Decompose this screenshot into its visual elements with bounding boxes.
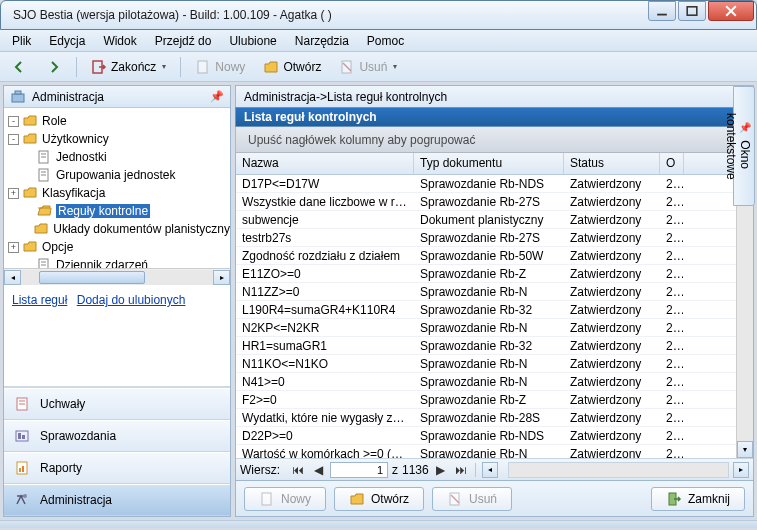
minimize-button[interactable] [648,1,676,21]
table-row[interactable]: N11KO<=N1KOSprawozdanie Rb-NZatwierdzony… [236,355,753,373]
list-title: Lista reguł kontrolnych [235,107,754,127]
link-dodaj-ulubione[interactable]: Dodaj do ulubionych [77,293,186,307]
col-nazwa[interactable]: Nazwa [236,153,414,174]
menu-edycja[interactable]: Edycja [41,32,93,50]
folder-open-icon [36,203,52,219]
scroll-left-icon[interactable]: ◂ [4,270,21,285]
table-row[interactable]: Wydatki, które nie wygasły z upły..Spraw… [236,409,753,427]
menu-plik[interactable]: Plik [4,32,39,50]
pager-last-icon[interactable]: ⏭ [453,462,469,478]
btn-otworz[interactable]: Otwórz [334,487,424,511]
close-button[interactable] [708,1,754,21]
maximize-button[interactable] [678,1,706,21]
col-o[interactable]: O [660,153,684,174]
col-typ[interactable]: Typ dokumentu [414,153,564,174]
nav-administracja[interactable]: Administracja [4,484,230,516]
close-door-icon [666,491,682,507]
menu-ulubione[interactable]: Ulubione [221,32,284,50]
zakoncz-button[interactable]: Zakończ▾ [85,57,172,77]
col-status[interactable]: Status [564,153,660,174]
zakoncz-label: Zakończ [111,60,156,74]
otworz-button[interactable]: Otwórz [257,57,327,77]
cell: Wszystkie dane liczbowe w rekor.. [236,195,414,209]
tree-node[interactable]: Układy dokumentów planistyczny [4,220,230,238]
link-lista-regul[interactable]: Lista reguł [12,293,67,307]
tree-node[interactable]: +Opcje [4,238,230,256]
tree-hscrollbar[interactable]: ◂ ▸ [4,268,230,285]
svg-rect-23 [18,433,21,439]
tree-node[interactable]: -Role [4,112,230,130]
expand-icon[interactable]: - [8,116,19,127]
tree-node[interactable]: -Użytkownicy [4,130,230,148]
table-row[interactable]: N41>=0Sprawozdanie Rb-NZatwierdzony20 [236,373,753,391]
pager-first-icon[interactable]: ⏮ [290,462,306,478]
table-row[interactable]: Wszystkie dane liczbowe w rekor..Sprawoz… [236,193,753,211]
cell: 20 [660,213,684,227]
cell: Zatwierdzony [564,429,660,443]
tree-node[interactable]: Jednostki [4,148,230,166]
table-row[interactable]: N11ZZ>=0Sprawozdanie Rb-NZatwierdzony20 [236,283,753,301]
cell: Sprawozdanie Rb-27S [414,231,564,245]
cell: 20 [660,231,684,245]
cell: 20 [660,393,684,407]
left-pane: Administracja 📌 -Role-UżytkownicyJednost… [3,85,231,517]
pager-next-icon[interactable]: ▶ [433,462,449,478]
nav-uchwały[interactable]: Uchwały [4,388,230,420]
tree-node[interactable]: Reguły kontrolne [4,202,230,220]
spraw-icon [14,428,30,444]
nav-forward-button[interactable] [40,57,68,77]
nav-raporty[interactable]: Raporty [4,452,230,484]
table-row[interactable]: Zgodność rozdziału z działemSprawozdanie… [236,247,753,265]
cell: 20 [660,285,684,299]
pager-current[interactable] [330,462,388,478]
nav-label: Sprawozdania [40,429,116,443]
pin-icon[interactable]: 📌 [210,90,224,103]
group-hint-bar[interactable]: Upuść nagłówek kolumny aby pogrupować [235,127,754,153]
table-row[interactable]: F2>=0Sprawozdanie Rb-ZZatwierdzony20 [236,391,753,409]
cell: Dokument planistyczny [414,213,564,227]
scroll-right-icon[interactable]: ▸ [733,462,749,478]
titlebar: SJO Bestia (wersja pilotażowa) - Build: … [0,0,757,30]
grid-body[interactable]: D17P<=D17WSprawozdanie Rb-NDSZatwierdzon… [236,175,753,458]
table-row[interactable]: N2KP<=N2KRSprawozdanie Rb-NZatwierdzony2… [236,319,753,337]
expand-icon[interactable]: - [8,134,19,145]
expand-icon[interactable]: + [8,242,19,253]
scroll-thumb[interactable] [39,271,145,284]
tree[interactable]: -Role-UżytkownicyJednostkiGrupowania jed… [4,108,230,268]
table-row[interactable]: HR1=sumaGR1Sprawozdanie Rb-32Zatwierdzon… [236,337,753,355]
pager-prev-icon[interactable]: ◀ [310,462,326,478]
cell: Zatwierdzony [564,213,660,227]
pager-hscroll[interactable] [508,462,729,478]
context-window-tab[interactable]: 📌 Okno kontekstowe [733,86,755,206]
nav-sprawozdania[interactable]: Sprawozdania [4,420,230,452]
grid-header[interactable]: Nazwa Typ dokumentu Status O [236,153,753,175]
table-row[interactable]: E11ZO>=0Sprawozdanie Rb-ZZatwierdzony20 [236,265,753,283]
table-row[interactable]: D22P>=0Sprawozdanie Rb-NDSZatwierdzony20 [236,427,753,445]
menu-widok[interactable]: Widok [95,32,144,50]
cell: Zatwierdzony [564,357,660,371]
tree-node[interactable]: Dziennik zdarzeń [4,256,230,268]
menu-pomoc[interactable]: Pomoc [359,32,412,50]
cell: F2>=0 [236,393,414,407]
cell: Sprawozdanie Rb-NDS [414,177,564,191]
scroll-left-icon[interactable]: ◂ [482,462,498,478]
scroll-right-icon[interactable]: ▸ [213,270,230,285]
nowy-label: Nowy [215,60,245,74]
tree-node[interactable]: Grupowania jednostek [4,166,230,184]
menu-przejdź do[interactable]: Przejdź do [147,32,220,50]
cell: Zatwierdzony [564,303,660,317]
table-row[interactable]: L190R4=sumaGR4+K110R4Sprawozdanie Rb-32Z… [236,301,753,319]
table-row[interactable]: subwencjeDokument planistycznyZatwierdzo… [236,211,753,229]
btn-zamknij[interactable]: Zamknij [651,487,745,511]
expand-icon[interactable]: + [8,188,19,199]
btn-usun: Usuń [432,487,512,511]
nav-back-button[interactable] [6,57,34,77]
table-row[interactable]: testrb27sSprawozdanie Rb-27SZatwierdzony… [236,229,753,247]
doc-icon [36,257,52,268]
scroll-down-icon[interactable]: ▾ [737,441,753,458]
menu-narzędzia[interactable]: Narzędzia [287,32,357,50]
tree-node[interactable]: +Klasyfikacja [4,184,230,202]
table-row[interactable]: D17P<=D17WSprawozdanie Rb-NDSZatwierdzon… [236,175,753,193]
expand-icon [22,170,33,181]
table-row[interactable]: Wartość w komórkach >=0 (porę..Sprawozda… [236,445,753,458]
